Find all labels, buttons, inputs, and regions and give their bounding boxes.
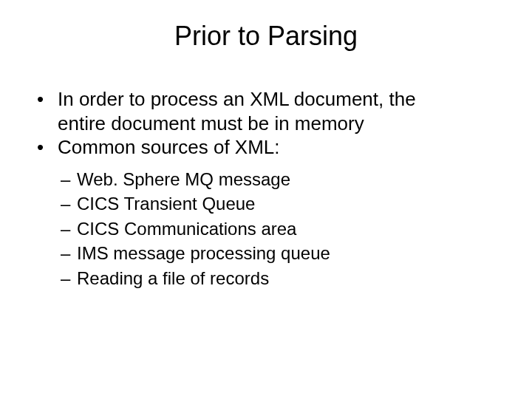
dash-icon: – bbox=[61, 241, 77, 266]
dash-icon: – bbox=[61, 266, 77, 291]
sub-bullet-text: Reading a file of records bbox=[77, 266, 502, 291]
bullet-text: In order to process an XML document, the bbox=[58, 87, 502, 112]
slide-title: Prior to Parsing bbox=[30, 21, 502, 52]
sub-bullet-item: – IMS message processing queue bbox=[61, 241, 502, 266]
sub-bullet-item: – CICS Communications area bbox=[61, 216, 502, 242]
bullet-item: • In order to process an XML document, t… bbox=[37, 87, 502, 112]
sub-bullet-text: CICS Communications area bbox=[77, 216, 502, 242]
main-bullet-list: • In order to process an XML document, t… bbox=[37, 87, 502, 160]
dash-icon: – bbox=[61, 216, 77, 242]
sub-bullet-item: – CICS Transient Queue bbox=[61, 191, 502, 216]
bullet-text: Common sources of XML: bbox=[58, 135, 502, 160]
bullet-mark-icon: • bbox=[37, 135, 58, 160]
sub-bullet-text: CICS Transient Queue bbox=[77, 191, 502, 216]
sub-bullet-item: – Web. Sphere MQ message bbox=[61, 167, 502, 192]
sub-bullet-text: IMS message processing queue bbox=[77, 241, 502, 266]
dash-icon: – bbox=[61, 191, 77, 216]
bullet-mark-icon: • bbox=[37, 87, 58, 112]
sub-bullet-text: Web. Sphere MQ message bbox=[77, 167, 502, 192]
sub-bullet-item: – Reading a file of records bbox=[61, 266, 502, 291]
bullet-text-continuation: entire document must be in memory bbox=[37, 112, 502, 136]
dash-icon: – bbox=[61, 167, 77, 192]
slide-content: • In order to process an XML document, t… bbox=[30, 87, 502, 290]
bullet-item: • Common sources of XML: bbox=[37, 135, 502, 160]
sub-bullet-list: – Web. Sphere MQ message – CICS Transien… bbox=[37, 167, 502, 291]
